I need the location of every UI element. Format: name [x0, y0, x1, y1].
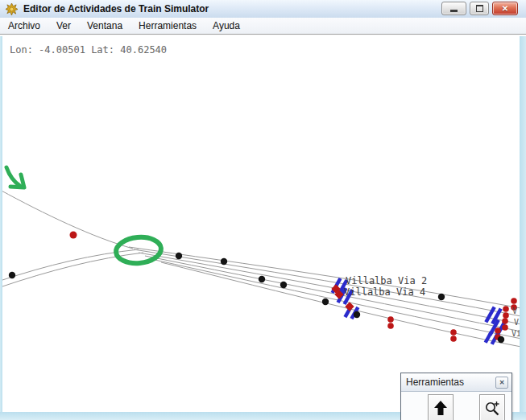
zoom-in-tool-button[interactable] [479, 394, 505, 420]
green-annotation-arrow [6, 167, 20, 186]
red-node-marker[interactable] [450, 329, 457, 336]
red-node-marker[interactable] [450, 336, 457, 342]
minimize-button[interactable] [441, 2, 466, 15]
track-node-dot[interactable] [259, 276, 265, 282]
window-title: Editor de Actividades de Train Simulator [23, 3, 209, 14]
menu-ayuda[interactable]: Ayuda [205, 19, 248, 33]
red-node-marker[interactable] [502, 318, 508, 324]
window-frame-right [520, 35, 526, 412]
tools-panel-title: Herramientas [406, 377, 464, 388]
placement-arrow-tool-button[interactable] [428, 394, 454, 420]
menu-ventana[interactable]: Ventana [79, 19, 130, 33]
track-node-dot[interactable] [176, 253, 182, 259]
track-line [134, 249, 520, 317]
menu-bar: Archivo Ver Ventana Herramientas Ayuda [0, 18, 526, 34]
close-button[interactable]: ✕ [492, 2, 518, 15]
track-line [139, 253, 520, 325]
tools-panel-titlebar[interactable]: Herramientas ✕ [401, 373, 512, 392]
red-node-marker[interactable] [387, 323, 394, 329]
track-node-dot[interactable] [280, 282, 287, 288]
station-label-fragment: V [514, 318, 519, 327]
menu-herramientas[interactable]: Herramientas [130, 19, 205, 33]
restore-button[interactable] [470, 2, 489, 15]
red-node-marker[interactable] [503, 312, 509, 319]
minimize-icon [450, 10, 458, 12]
red-node-marker[interactable] [502, 324, 508, 331]
route-map-canvas[interactable]: Villalba Via 2Villalba Via 4VVVi Lon: -4… [2, 35, 520, 412]
red-node-marker[interactable] [495, 327, 501, 334]
station-label: Villalba Via 4 [344, 286, 425, 298]
station-label-fragment: Vi [512, 329, 520, 338]
zoom-in-icon [483, 399, 501, 418]
close-icon: ✕ [499, 380, 505, 386]
tools-panel: Herramientas ✕ [400, 373, 512, 420]
station-label-fragment: V [512, 307, 517, 315]
track-node-dot[interactable] [354, 311, 360, 318]
track-node-dot[interactable] [221, 258, 227, 265]
track-line [2, 190, 133, 249]
close-icon: ✕ [502, 5, 508, 13]
route-map: Villalba Via 2Villalba Via 4VVVi [2, 35, 520, 412]
station-label: Villalba Via 2 [346, 275, 427, 286]
red-node-marker[interactable] [387, 316, 394, 323]
track-node-dot[interactable] [438, 294, 445, 300]
app-window: Editor de Actividades de Train Simulator… [0, 0, 526, 420]
menu-divider [0, 34, 526, 36]
red-node-marker[interactable] [511, 298, 517, 304]
app-icon [6, 3, 18, 15]
track-line [145, 256, 520, 332]
restore-icon [476, 5, 483, 12]
red-signal-dot[interactable] [70, 232, 77, 239]
track-line [161, 262, 520, 348]
track-node-dot[interactable] [9, 272, 15, 278]
track-node-dot[interactable] [322, 299, 329, 305]
cursor-coordinates-label: Lon: -4.00501 Lat: 40.62540 [10, 44, 167, 56]
title-bar[interactable]: Editor de Actividades de Train Simulator… [0, 0, 526, 19]
menu-archivo[interactable]: Archivo [0, 19, 48, 33]
tools-panel-close-button[interactable]: ✕ [495, 377, 508, 389]
red-node-marker[interactable] [503, 306, 509, 312]
up-arrow-icon [432, 399, 449, 418]
track-line [151, 259, 520, 340]
track-node-dot[interactable] [498, 336, 504, 343]
window-frame-left [0, 35, 2, 412]
menu-ver[interactable]: Ver [48, 19, 79, 33]
window-controls: ✕ [441, 2, 518, 15]
